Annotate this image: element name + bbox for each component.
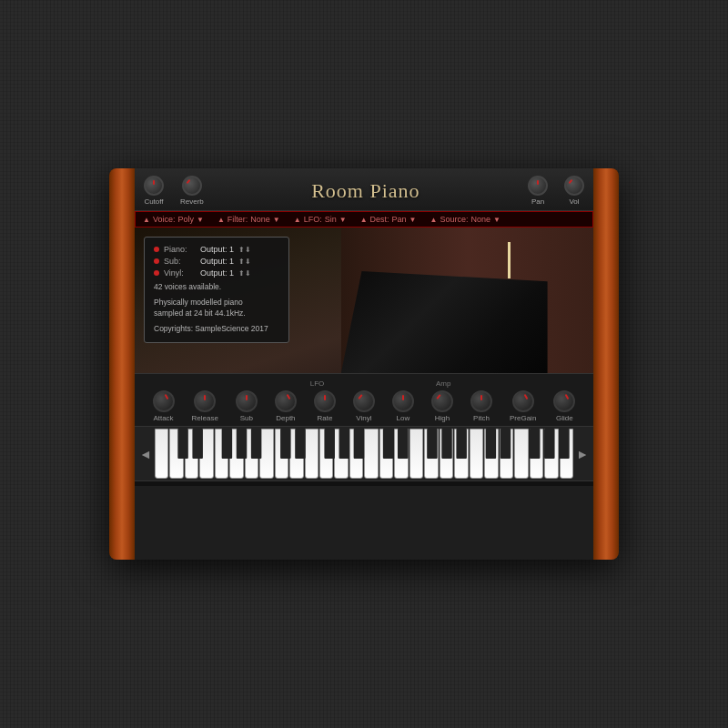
- source-select[interactable]: ▲ Source: None ▼: [430, 215, 500, 224]
- filter-arrow-down[interactable]: ▼: [273, 216, 280, 224]
- vol-group: Vol: [564, 176, 584, 206]
- piano-output-value: Output: 1: [200, 245, 234, 254]
- dest-value: Pan: [392, 215, 407, 224]
- white-key-14[interactable]: [349, 429, 363, 479]
- rate-knob[interactable]: [314, 390, 336, 412]
- reverb-knob[interactable]: [182, 176, 202, 196]
- voice-label: Voice:: [153, 215, 176, 224]
- filter-select[interactable]: ▲ Filter: None ▼: [217, 215, 280, 224]
- high-knob[interactable]: [431, 390, 453, 412]
- white-key-20[interactable]: [440, 429, 453, 479]
- display-area: Piano: Output: 1 ⬆⬇ Sub: Output: 1 ⬆⬇ Vi…: [135, 228, 593, 373]
- white-key-22[interactable]: [470, 429, 483, 479]
- cutoff-knob[interactable]: [144, 176, 164, 196]
- lfo-label: LFO:: [304, 215, 322, 224]
- release-label: Release: [192, 414, 218, 422]
- dest-label: Dest:: [370, 215, 389, 224]
- glide-knob[interactable]: [553, 390, 575, 412]
- white-key-25[interactable]: [514, 429, 528, 479]
- white-key-26[interactable]: [530, 429, 543, 479]
- dest-arrow-down[interactable]: ▼: [410, 216, 417, 224]
- high-knob-group: High: [431, 390, 453, 422]
- source-arrow-down[interactable]: ▼: [493, 216, 500, 224]
- white-key-16[interactable]: [379, 429, 393, 479]
- source-arrow-up[interactable]: ▲: [430, 216, 438, 224]
- source-label: Source:: [440, 215, 468, 224]
- lfo-arrow-up[interactable]: ▲: [294, 216, 301, 224]
- glide-knob-group: Glide: [553, 390, 575, 422]
- main-panel: Cutoff Reverb Room Piano Pan Vol: [135, 168, 593, 560]
- depth-label: Depth: [276, 414, 295, 422]
- reverb-label: Reverb: [180, 197, 204, 206]
- lfo-select[interactable]: ▲ LFO: Sin ▼: [294, 215, 347, 224]
- white-key-5[interactable]: [215, 429, 228, 479]
- copyright-text: Copyrights: SampleScience 2017: [154, 324, 279, 335]
- white-key-9[interactable]: [275, 429, 288, 479]
- white-key-24[interactable]: [500, 429, 513, 479]
- white-key-21[interactable]: [454, 429, 468, 479]
- voice-arrow-up[interactable]: ▲: [143, 216, 150, 224]
- white-key-17[interactable]: [394, 429, 408, 479]
- pitch-label: Pitch: [473, 414, 490, 422]
- header-left-knobs: Cutoff Reverb: [144, 176, 204, 206]
- sub-knob-label: Sub: [240, 414, 253, 422]
- white-key-12[interactable]: [319, 429, 333, 479]
- voice-select[interactable]: ▲ Voice: Poly ▼: [143, 215, 204, 224]
- white-key-11[interactable]: [305, 429, 318, 479]
- pan-knob[interactable]: [528, 176, 548, 196]
- white-key-1[interactable]: [155, 429, 168, 479]
- glide-label: Glide: [556, 414, 573, 422]
- attack-knob[interactable]: [153, 390, 175, 412]
- voice-arrow-down[interactable]: ▼: [197, 216, 204, 224]
- high-label: High: [435, 414, 450, 422]
- cutoff-group: Cutoff: [144, 176, 164, 206]
- rate-knob-group: Rate: [314, 390, 336, 422]
- vol-knob[interactable]: [564, 176, 584, 196]
- white-key-23[interactable]: [484, 429, 498, 479]
- voices-available: 42 voices available.: [154, 282, 279, 293]
- pregain-knob[interactable]: [512, 390, 534, 412]
- filter-arrow-up[interactable]: ▲: [217, 216, 225, 224]
- dest-select[interactable]: ▲ Dest: Pan ▼: [360, 215, 417, 224]
- pregain-label: PreGain: [510, 414, 536, 422]
- white-key-27[interactable]: [544, 429, 558, 479]
- sub-output-row: Sub: Output: 1 ⬆⬇: [154, 257, 279, 266]
- white-key-6[interactable]: [229, 429, 243, 479]
- wood-panel-right: [593, 168, 619, 560]
- keyboard-right-arrow[interactable]: ►: [576, 447, 589, 461]
- white-key-19[interactable]: [424, 429, 438, 479]
- release-knob[interactable]: [194, 390, 216, 412]
- piano-output-row: Piano: Output: 1 ⬆⬇: [154, 245, 279, 254]
- depth-knob[interactable]: [275, 390, 297, 412]
- white-key-18[interactable]: [410, 429, 423, 479]
- sub-output-arrows[interactable]: ⬆⬇: [238, 258, 251, 266]
- white-key-15[interactable]: [364, 429, 378, 479]
- piano-output-arrows[interactable]: ⬆⬇: [238, 246, 251, 254]
- keyboard-left-arrow[interactable]: ◄: [139, 447, 152, 461]
- header-right-knobs: Pan Vol: [528, 176, 584, 206]
- white-key-2[interactable]: [169, 429, 183, 479]
- white-key-8[interactable]: [259, 429, 273, 479]
- white-key-28[interactable]: [560, 429, 573, 479]
- vinyl-output-arrows[interactable]: ⬆⬇: [238, 269, 251, 278]
- pan-label: Pan: [531, 197, 544, 206]
- white-key-3[interactable]: [185, 429, 198, 479]
- pitch-knob[interactable]: [470, 390, 492, 412]
- sub-knob-group: Sub: [236, 390, 258, 422]
- sub-knob[interactable]: [236, 390, 258, 412]
- dest-arrow-up[interactable]: ▲: [360, 216, 368, 224]
- white-key-10[interactable]: [289, 429, 303, 479]
- piano-status-dot: [154, 247, 159, 252]
- scene-candle: [508, 242, 511, 278]
- keyboard[interactable]: [155, 429, 573, 479]
- voice-bar: ▲ Voice: Poly ▼ ▲ Filter: None ▼ ▲ LFO: …: [135, 211, 593, 228]
- white-key-13[interactable]: [334, 429, 348, 479]
- filter-value: None: [250, 215, 270, 224]
- sub-label: Sub:: [164, 257, 196, 266]
- wood-panel-left: [109, 168, 135, 560]
- vinyl-knob[interactable]: [353, 390, 375, 412]
- low-knob[interactable]: [392, 390, 414, 412]
- white-key-4[interactable]: [199, 429, 213, 479]
- white-key-7[interactable]: [245, 429, 258, 479]
- lfo-arrow-down[interactable]: ▼: [339, 216, 347, 224]
